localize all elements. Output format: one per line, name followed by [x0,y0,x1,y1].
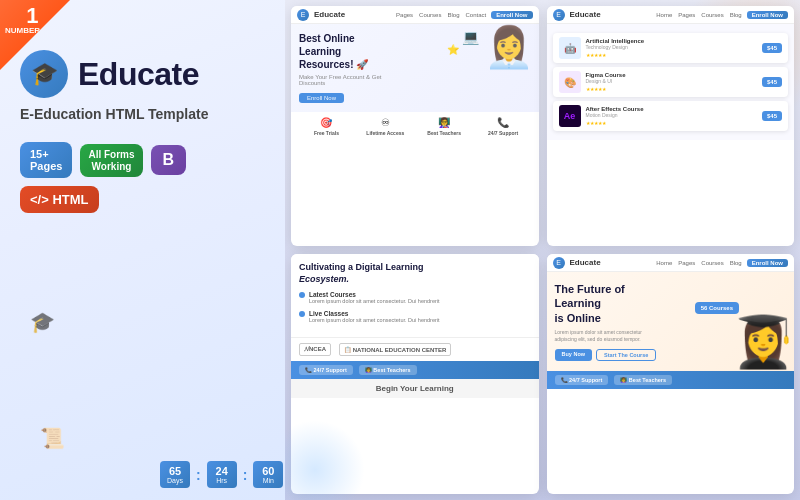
support-icon: 📞 [476,117,531,128]
course-cards-section: 🤖 Artificial Intelligence Technology Des… [547,24,795,140]
buy-now-btn[interactable]: Buy Now [555,349,593,361]
sc-hero-person-1: 👩‍💼 [484,24,534,71]
sc-logo-dot-2: E [553,9,565,21]
timer-min-label: Min [260,477,276,484]
sc-navbar-top-left: E Educate Pages Courses Blog Contact Enr… [291,6,539,24]
timer-hrs: 24 Hrs [207,461,237,488]
ai-info: Artificial Intelligence Technology Desig… [586,38,757,58]
stat-chip-support-br: 📞 24/7 Support [555,375,609,385]
stat-chip-teachers: 👩‍🏫 Best Teachers [359,365,417,375]
latest-courses-desc: Lorem ipsum dolor sit amet consectetur. … [309,298,440,306]
start-course-btn[interactable]: Start The Course [596,349,656,361]
sc-nav-link-home-2: Home [656,12,672,18]
timer-min-value: 60 [262,465,274,477]
sc-nav-cta-1[interactable]: Enroll Now [491,11,532,19]
deco-laptop: 💻 [462,29,479,45]
latest-courses-dot [299,292,305,298]
course-card-ai: 🤖 Artificial Intelligence Technology Des… [553,33,789,63]
sc-hero-right-sub: Lorem ipsum dolor sit amet consectetur a… [555,329,665,343]
screenshot-card-top-left: E Educate Pages Courses Blog Contact Enr… [291,6,539,246]
bootstrap-badge: B [151,145,187,175]
screenshot-card-top-right: E Educate Home Pages Courses Blog Enroll… [547,6,795,246]
ai-stars: ★★★★★ [586,52,606,58]
badge-text: 1 NUMBER ONE [5,5,60,36]
sc-logo-dot-4: E [553,257,565,269]
stats-strip-bl: 📞 24/7 Support 👩‍🏫 Best Teachers [291,361,539,379]
ae-sub: Motion Design [586,112,757,118]
left-panel: 1 NUMBER ONE 🎓 Educate E-Education HTML … [0,0,285,500]
right-panel: E Educate Pages Courses Blog Contact Enr… [285,0,800,500]
main-container: 1 NUMBER ONE 🎓 Educate E-Education HTML … [0,0,800,500]
badge-row: 15+Pages All Forms Working B </> HTML [20,142,265,213]
live-classes-label: Live Classes [309,310,440,317]
pages-badge-text: 15+Pages [30,148,62,172]
sc-nav-cta-2[interactable]: Enroll Now [747,11,788,19]
logo-text: Educate [78,56,199,93]
stat-chip-support: 📞 24/7 Support [299,365,353,375]
timer-days-value: 65 [169,465,181,477]
begin-learning-label: Begin Your Learning [291,379,539,398]
sc-nav-links-4: Home Pages Courses Blog [656,260,741,266]
figma-sub: Design & UI [586,78,757,84]
sc-nav-link-blog: Blog [447,12,459,18]
ae-rating: ★★★★★ [586,120,757,126]
course-card-figma: 🎨 Figma Course Design & UI ★★★★★ $45 [553,67,789,97]
deco-star1: ⭐ [447,44,459,55]
sc-nav-link-home-4: Home [656,260,672,266]
grad-cap-icon: 🎓 [30,310,55,334]
timer-min: 60 Min [253,461,283,488]
nec-logo: 📋 NATIONAL EDUCATION CENTER [339,343,451,356]
screenshot-card-bottom-right: E Educate Home Pages Courses Blog Enroll… [547,254,795,494]
sc-navbar-top-right: E Educate Home Pages Courses Blog Enroll… [547,6,795,24]
sc-content-title-bl: Cultivating a Digital LearningEcosystem. [299,262,531,285]
feature-teachers: 👩‍🏫 Best Teachers [417,117,472,136]
html-badge-text: </> HTML [30,192,89,207]
latest-courses-item: Latest Courses Lorem ipsum dolor sit ame… [299,291,531,306]
sc-nav-link-courses-4: Courses [701,260,723,266]
sc-course-count-badge: 56 Courses [695,302,739,314]
sc-nav-link-blog-4: Blog [730,260,742,266]
sc-hero-top-left: Best Online LearningResources! 🚀 Make Yo… [291,24,539,112]
ai-price: $45 [762,43,782,53]
html-badge: </> HTML [20,186,99,213]
feature-free-trials: 🎯 Free Trials [299,117,354,136]
sc-logo-dot-1: E [297,9,309,21]
sc-hero-sub-1: Make Your Free Account & Get Discounts [299,74,389,86]
teachers-icon: 👩‍🏫 [417,117,472,128]
figma-info: Figma Course Design & UI ★★★★★ [586,72,757,92]
free-trials-icon: 🎯 [299,117,354,128]
ae-stars: ★★★★★ [586,120,606,126]
timer-days: 65 Days [160,461,190,488]
timer-row: 65 Days : 24 Hrs : 60 Min : 01 Sec [160,461,285,488]
sc-nav-link-courses-2: Courses [701,12,723,18]
sc-nav-link-pages: Pages [396,12,413,18]
sc-nav-title-4: Educate [570,258,601,267]
sc-hero-title-1: Best Online LearningResources! 🚀 [299,32,399,71]
timer-days-label: Days [167,477,183,484]
sc-hero-right: The Future of Learningis Online Lorem ip… [547,272,795,371]
latest-courses-text: Latest Courses Lorem ipsum dolor sit ame… [309,291,440,306]
sc-nav-link-pages-4: Pages [678,260,695,266]
figma-price: $45 [762,77,782,87]
sc-nav-title-2: Educate [570,10,601,19]
feature-support: 📞 24/7 Support [476,117,531,136]
tagline: E-Education HTML Template [20,106,265,122]
stats-strip-br: 📞 24/7 Support 👩‍🏫 Best Teachers [547,371,795,389]
logo-icon: 🎓 [20,50,68,98]
ai-icon: 🤖 [559,37,581,59]
sc-features-1: 🎯 Free Trials ♾ Lifetime Access 👩‍🏫 Best… [291,112,539,141]
sc-nav-title-1: Educate [314,10,345,19]
timer-sep-1: : [196,467,201,483]
figma-stars: ★★★★★ [586,86,606,92]
grad-figure: 🎓 📜 [0,300,150,500]
pages-badge: 15+Pages [20,142,72,178]
sc-hero-btn-1[interactable]: Enroll Now [299,93,344,103]
sc-nav-link-contact: Contact [465,12,486,18]
live-classes-dot [299,311,305,317]
sc-logos-row: 𝓝NCEA 📋 NATIONAL EDUCATION CENTER [291,337,539,361]
live-classes-text: Live Classes Lorem ipsum dolor sit amet … [309,310,440,325]
sc-nav-links-1: Pages Courses Blog Contact [396,12,486,18]
sc-nav-cta-4[interactable]: Enroll Now [747,259,788,267]
latest-courses-label: Latest Courses [309,291,440,298]
ae-icon: Ae [559,105,581,127]
